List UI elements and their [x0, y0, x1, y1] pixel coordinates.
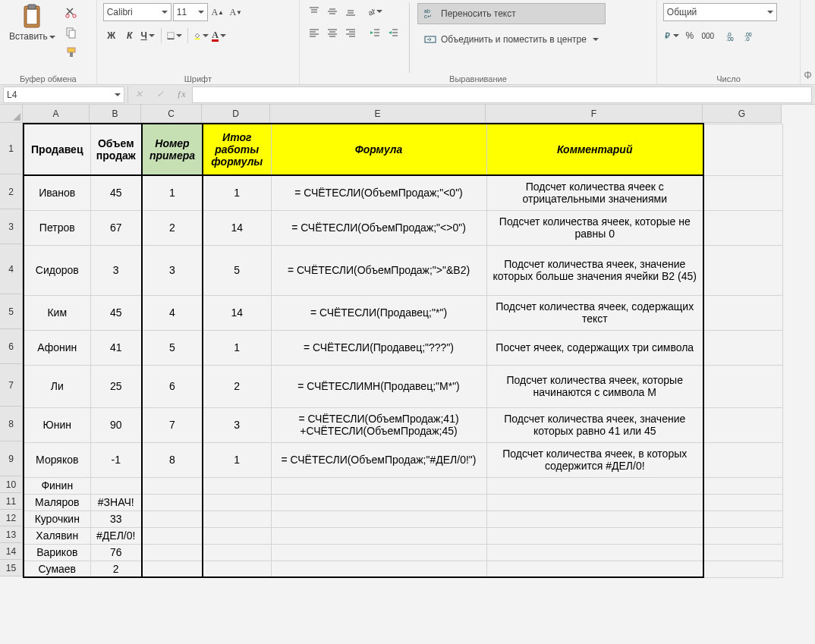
cell[interactable]: 90 [90, 407, 142, 442]
cell[interactable]: Подсчет количества ячеек, в которых соде… [486, 442, 703, 477]
cell[interactable] [703, 175, 782, 210]
row-header-15[interactable]: 15 [0, 560, 23, 576]
cell[interactable] [271, 494, 486, 510]
cell[interactable]: Подсчет количества ячеек, которые не рав… [486, 210, 703, 245]
cut-button[interactable] [63, 5, 80, 21]
row-header-7[interactable]: 7 [0, 364, 23, 407]
cell[interactable]: 7 [142, 407, 203, 442]
cell[interactable] [203, 477, 271, 494]
cell[interactable]: 2 [142, 210, 203, 245]
cell[interactable]: 25 [90, 365, 142, 407]
cell[interactable]: 2 [90, 561, 142, 577]
cell[interactable]: Афонин [24, 330, 90, 365]
increase-indent-button[interactable] [385, 24, 401, 41]
cell[interactable]: 3 [203, 407, 271, 442]
cell[interactable]: 1 [203, 330, 271, 365]
column-header-E[interactable]: E [270, 105, 486, 123]
cell[interactable]: 5 [203, 245, 271, 295]
cell[interactable]: -1 [90, 442, 142, 477]
align-right-button[interactable] [342, 24, 359, 41]
column-header-A[interactable]: A [23, 105, 90, 123]
cell[interactable]: Ким [24, 295, 90, 330]
cell[interactable]: = СЧЁТЕСЛИ(ОбъемПродаж;"#ДЕЛ/0!") [271, 442, 486, 477]
cell[interactable]: Продавец [24, 124, 90, 175]
cell[interactable]: = СЧЁТЕСЛИ(ОбъемПродаж;"<0") [271, 175, 486, 210]
cell[interactable] [142, 544, 203, 561]
merge-center-button[interactable]: Объединить и поместить в центре [417, 29, 606, 50]
cell[interactable]: Халявин [24, 527, 90, 544]
row-header-10[interactable]: 10 [0, 476, 23, 493]
grid[interactable]: ПродавецОбъем продажНомер примераИтог ра… [23, 123, 783, 578]
cell[interactable] [90, 477, 142, 494]
decrease-indent-button[interactable] [367, 24, 383, 41]
cell[interactable] [703, 561, 782, 577]
cell[interactable]: = СЧЁТЕСЛИ(ОбъемПродаж;41) +СЧЁТЕСЛИ(Объ… [271, 407, 486, 442]
copy-button[interactable] [63, 24, 80, 41]
cell[interactable]: 6 [142, 365, 203, 407]
cell[interactable]: Подсчет количества ячеек, значение котор… [486, 245, 703, 295]
cell[interactable]: = СЧЁТЕСЛИ(ОбъемПродаж;"<>0") [271, 210, 486, 245]
align-middle-button[interactable] [324, 3, 341, 20]
cell[interactable] [486, 561, 703, 577]
cell[interactable]: Посчет ячеек, содержащих три символа [486, 330, 703, 365]
cell[interactable] [486, 544, 703, 561]
cell[interactable]: Подсчет количества ячеек, значение котор… [486, 407, 703, 442]
column-header-G[interactable]: G [703, 105, 782, 123]
wrap-text-button[interactable]: abc↵ Переносить текст [417, 3, 606, 24]
select-all-corner[interactable] [0, 105, 23, 123]
cell[interactable] [703, 295, 782, 330]
cancel-fx-button[interactable]: ✕ [128, 86, 149, 103]
cell[interactable] [142, 510, 203, 527]
column-header-F[interactable]: F [486, 105, 703, 123]
cell[interactable]: 8 [142, 442, 203, 477]
cell[interactable]: Подсчет количества ячеек, содержащих тек… [486, 295, 703, 330]
cell[interactable]: Сумаев [24, 561, 90, 577]
cell[interactable]: Итог работы формулы [203, 124, 271, 175]
cell[interactable]: 3 [142, 245, 203, 295]
cell[interactable] [142, 477, 203, 494]
orientation-button[interactable]: ab [367, 3, 383, 20]
increase-decimal-button[interactable]: ,0,00 [724, 27, 741, 44]
cell[interactable]: Юнин [24, 407, 90, 442]
font-color-button[interactable]: A [211, 27, 228, 44]
comma-button[interactable]: 000 [700, 27, 716, 44]
cell[interactable]: Комментарий [486, 124, 703, 175]
formula-input[interactable] [192, 86, 812, 103]
cell[interactable] [486, 477, 703, 494]
cell[interactable]: Моряков [24, 442, 90, 477]
fx-button[interactable]: ƒx [171, 86, 192, 103]
align-center-button[interactable] [324, 24, 341, 41]
row-header-8[interactable]: 8 [0, 407, 23, 441]
cell[interactable]: Объем продаж [90, 124, 142, 175]
row-header-1[interactable]: 1 [0, 123, 23, 174]
cell[interactable] [142, 561, 203, 577]
row-header-4[interactable]: 4 [0, 244, 23, 294]
bold-button[interactable]: Ж [103, 27, 120, 44]
number-format-select[interactable]: Общий [663, 3, 777, 21]
cell[interactable]: Сидоров [24, 245, 90, 295]
cell[interactable] [486, 527, 703, 544]
font-name-select[interactable]: Calibri [103, 3, 171, 21]
cell[interactable] [203, 527, 271, 544]
cell[interactable] [142, 494, 203, 510]
cell[interactable]: = СЧЁТЕСЛИ(Продавец;"???") [271, 330, 486, 365]
cell[interactable] [486, 510, 703, 527]
cell[interactable]: = СЧЁТЕСЛИ(Продавец;"*") [271, 295, 486, 330]
cell[interactable]: Подсчет количества ячеек, которые начина… [486, 365, 703, 407]
cell[interactable] [703, 510, 782, 527]
cell[interactable]: Подсчет количества ячеек с отрицательным… [486, 175, 703, 210]
column-header-B[interactable]: B [90, 105, 141, 123]
paste-button[interactable]: Вставить [6, 3, 58, 42]
column-header-D[interactable]: D [202, 105, 270, 123]
cell[interactable]: 45 [90, 295, 142, 330]
cell[interactable] [703, 494, 782, 510]
row-header-3[interactable]: 3 [0, 209, 23, 244]
cell[interactable] [271, 527, 486, 544]
row-header-13[interactable]: 13 [0, 526, 23, 543]
cell[interactable]: 4 [142, 295, 203, 330]
cell[interactable]: Номер примера [142, 124, 203, 175]
cell[interactable]: #ДЕЛ/0! [90, 527, 142, 544]
row-header-11[interactable]: 11 [0, 493, 23, 510]
underline-button[interactable]: Ч [140, 27, 156, 44]
enter-fx-button[interactable]: ✓ [149, 86, 171, 103]
